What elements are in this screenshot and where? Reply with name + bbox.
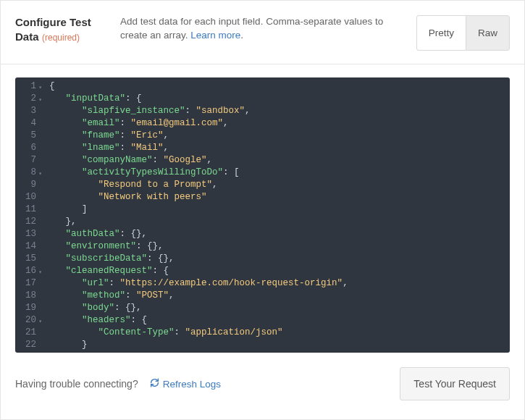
header-desc-text: Add test data for each input field. Comm…	[120, 16, 383, 41]
fold-marker-icon[interactable]: ▾	[38, 81, 42, 93]
test-request-button[interactable]: Test Your Request	[400, 367, 510, 400]
pretty-tab[interactable]: Pretty	[416, 15, 466, 51]
fold-marker-icon[interactable]: ▾	[38, 315, 42, 327]
fold-marker-icon[interactable]: ▾	[38, 93, 42, 106]
header-description: Add test data for each input field. Comm…	[120, 15, 416, 43]
refresh-logs-link[interactable]: Refresh Logs	[150, 378, 221, 390]
code-editor[interactable]: 1▾2▾345678▾910111213141516▾17181920▾2122…	[15, 77, 510, 353]
code-content[interactable]: { "inputData": { "slapfive_instance": "s…	[42, 77, 510, 353]
raw-tab[interactable]: Raw	[466, 15, 510, 51]
fold-marker-icon[interactable]: ▾	[38, 266, 42, 278]
header-title-block: Configure Test Data (required)	[15, 15, 120, 43]
view-toggle: Pretty Raw	[416, 15, 510, 51]
editor-container: 1▾2▾345678▾910111213141516▾17181920▾2122…	[1, 64, 524, 358]
section-header: Configure Test Data (required) Add test …	[1, 1, 524, 64]
editor-scroll[interactable]: 1▾2▾345678▾910111213141516▾17181920▾2122…	[15, 77, 510, 353]
trouble-text: Having trouble connecting?	[15, 378, 138, 390]
refresh-logs-label: Refresh Logs	[163, 379, 221, 390]
refresh-icon	[150, 378, 159, 390]
fold-marker-icon[interactable]: ▾	[38, 167, 42, 180]
footer: Having trouble connecting? Refresh Logs …	[1, 358, 524, 413]
required-label: (required)	[42, 33, 80, 43]
line-number-gutter: 1▾2▾345678▾910111213141516▾17181920▾2122	[15, 77, 42, 353]
learn-more-link[interactable]: Learn more	[190, 30, 240, 41]
